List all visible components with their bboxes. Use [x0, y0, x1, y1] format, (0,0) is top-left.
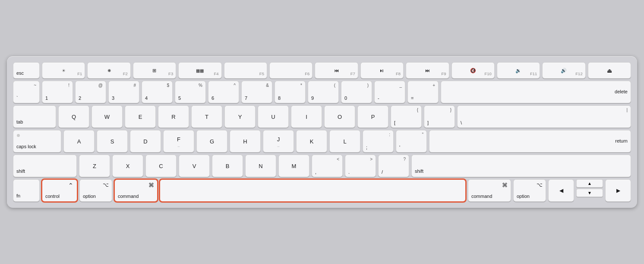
arrow-up-down-container: ▲ ▼	[576, 179, 603, 202]
key-option-right[interactable]: ⌥ option	[513, 179, 546, 202]
key-f[interactable]: F _	[163, 130, 194, 153]
key-d[interactable]: D	[130, 130, 161, 153]
key-n[interactable]: N	[245, 155, 276, 177]
key-backtick[interactable]: ~ `	[13, 81, 40, 103]
key-p[interactable]: P	[357, 105, 388, 128]
key-command-right[interactable]: ⌘ command	[468, 179, 511, 202]
key-slash[interactable]: ? /	[378, 155, 409, 177]
key-f11[interactable]: 🔉 F11	[497, 62, 540, 79]
keyboard: esc ☀ F1 ✺ F2 ⊞ F3 ▦▦ F4 F5 F6 ⏮ F7 ⏯	[7, 56, 637, 208]
key-semicolon[interactable]: : ;	[363, 130, 394, 153]
key-f2[interactable]: ✺ F2	[87, 62, 130, 79]
key-capslock[interactable]: caps lock	[13, 130, 61, 153]
key-r[interactable]: R	[158, 105, 189, 128]
key-9[interactable]: ( 9	[308, 81, 339, 103]
num-row: ~ ` ! 1 @ 2 # 3 $ 4 % 5 ^ 6 & 7	[13, 81, 631, 103]
key-8[interactable]: * 8	[275, 81, 306, 103]
key-quote[interactable]: " '	[396, 130, 427, 153]
key-control[interactable]: ⌃ control	[42, 179, 77, 202]
control-row: fn ⌃ control ⌥ option ⌘ command ⌘ comman…	[13, 179, 631, 202]
key-m[interactable]: M	[278, 155, 309, 177]
key-f4[interactable]: ▦▦ F4	[178, 62, 221, 79]
key-tab[interactable]: tab	[13, 105, 56, 128]
key-3[interactable]: # 3	[108, 81, 139, 103]
key-x[interactable]: X	[112, 155, 143, 177]
asdf-row: caps lock A S D F _ G H J _ K L	[13, 130, 631, 153]
key-i[interactable]: I	[291, 105, 322, 128]
key-period[interactable]: > .	[345, 155, 376, 177]
key-5[interactable]: % 5	[175, 81, 206, 103]
key-c[interactable]: C	[145, 155, 177, 177]
key-2[interactable]: @ 2	[75, 81, 106, 103]
key-l[interactable]: L	[329, 130, 360, 153]
key-e[interactable]: E	[125, 105, 156, 128]
key-command-left[interactable]: ⌘ command	[114, 179, 158, 202]
key-fn[interactable]: fn	[13, 179, 40, 202]
key-j[interactable]: J _	[263, 130, 294, 153]
key-f5[interactable]: F5	[224, 62, 267, 79]
key-shift-right[interactable]: shift	[411, 155, 631, 177]
key-arrow-up[interactable]: ▲	[576, 179, 603, 188]
key-k[interactable]: K	[296, 130, 327, 153]
key-f7[interactable]: ⏮ F7	[315, 62, 358, 79]
key-return[interactable]: return	[429, 130, 631, 153]
key-shift-left[interactable]: shift	[13, 155, 77, 177]
key-equal[interactable]: + =	[407, 81, 439, 103]
key-s[interactable]: S	[97, 130, 128, 153]
key-4[interactable]: $ 4	[142, 81, 173, 103]
key-o[interactable]: O	[324, 105, 355, 128]
key-f6[interactable]: F6	[269, 62, 313, 79]
key-f3[interactable]: ⊞ F3	[133, 62, 176, 79]
key-bracket-open[interactable]: { [	[391, 105, 422, 128]
key-1[interactable]: ! 1	[42, 81, 73, 103]
key-comma[interactable]: < ,	[312, 155, 343, 177]
key-h[interactable]: H	[230, 130, 261, 153]
key-t[interactable]: T	[191, 105, 222, 128]
key-delete[interactable]: delete	[441, 81, 631, 103]
fn-row: esc ☀ F1 ✺ F2 ⊞ F3 ▦▦ F4 F5 F6 ⏮ F7 ⏯	[13, 62, 631, 79]
key-6[interactable]: ^ 6	[208, 81, 239, 103]
key-space[interactable]	[160, 179, 466, 202]
key-arrow-right[interactable]: ▶	[605, 179, 631, 202]
key-z[interactable]: Z	[79, 155, 110, 177]
key-a[interactable]: A	[63, 130, 95, 153]
key-w[interactable]: W	[92, 105, 123, 128]
key-y[interactable]: Y	[224, 105, 256, 128]
capslock-indicator	[17, 134, 20, 137]
key-arrow-left[interactable]: ◀	[548, 179, 574, 202]
key-v[interactable]: V	[179, 155, 210, 177]
key-7[interactable]: & 7	[241, 81, 272, 103]
key-g[interactable]: G	[196, 130, 227, 153]
key-bracket-close[interactable]: } ]	[424, 105, 455, 128]
key-f8[interactable]: ⏯ F8	[360, 62, 404, 79]
key-backslash[interactable]: | \	[457, 105, 631, 128]
key-f9[interactable]: ⏭ F9	[406, 62, 449, 79]
key-b[interactable]: B	[212, 155, 243, 177]
qwerty-row: tab Q W E R T Y U I O P	[13, 105, 631, 128]
key-f1[interactable]: ☀ F1	[42, 62, 85, 79]
key-f10[interactable]: 🔇 F10	[451, 62, 495, 79]
key-eject[interactable]: ⏏	[588, 62, 631, 79]
key-minus[interactable]: _ -	[374, 81, 405, 103]
key-f12[interactable]: 🔊 F12	[542, 62, 585, 79]
key-esc[interactable]: esc	[13, 62, 40, 79]
key-u[interactable]: U	[258, 105, 289, 128]
key-option-left[interactable]: ⌥ option	[79, 179, 112, 202]
zxcv-row: shift Z X C V B N M < , > .	[13, 155, 631, 177]
key-0[interactable]: ) 0	[341, 81, 372, 103]
key-arrow-down[interactable]: ▼	[576, 189, 603, 197]
key-q[interactable]: Q	[58, 105, 89, 128]
